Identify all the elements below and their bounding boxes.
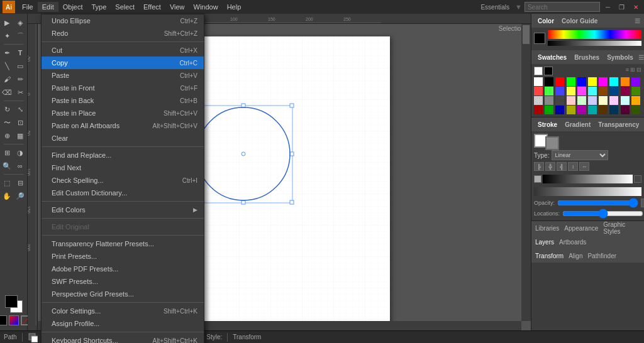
menu-item-paste-in-place[interactable]: Paste in PlaceShift+Ctrl+V (42, 107, 204, 119)
stroke-icon-1[interactable]: ╠ (534, 162, 544, 171)
magic-wand-tool[interactable]: ✦ (1, 30, 13, 42)
swatch-item[interactable] (567, 87, 575, 95)
swatch-item[interactable] (631, 96, 640, 105)
stroke-type-select[interactable]: Linear Radial (552, 150, 608, 160)
essentials-label[interactable]: Essentials (477, 3, 513, 12)
menu-item-print-presets-[interactable]: Print Presets... (42, 250, 204, 263)
menu-item-perspective-grid-presets-[interactable]: Perspective Grid Presets... (42, 288, 204, 300)
swatch-white[interactable] (534, 67, 543, 75)
shape-tool[interactable]: ▭ (14, 60, 26, 72)
lasso-tool[interactable]: ⌒ (14, 30, 26, 42)
swatch-grid-view[interactable]: ⊞ (630, 67, 635, 75)
swatch-item[interactable] (621, 87, 630, 95)
swatch-item[interactable] (534, 96, 543, 105)
menu-effect[interactable]: Effect (139, 2, 165, 12)
swatch-item[interactable] (545, 87, 553, 95)
menu-item-find-and-replace-[interactable]: Find and Replace... (42, 149, 204, 161)
fill-stroke-boxes[interactable] (5, 295, 23, 313)
menu-item-copy[interactable]: CopyCtrl+C (42, 57, 204, 69)
swatch-item[interactable] (567, 77, 575, 86)
menu-type[interactable]: Type (87, 2, 111, 12)
swatch-small-view[interactable]: ⊟ (636, 67, 641, 75)
menu-item-transparency-flattener-presets-[interactable]: Transparency Flattener Presets... (42, 237, 204, 250)
swatch-item[interactable] (599, 106, 608, 114)
swatches-menu[interactable]: ☰ (638, 54, 644, 61)
color-gray-ramp[interactable] (548, 41, 641, 46)
swatch-item[interactable] (609, 77, 618, 86)
menu-item-adobe-pdf-presets-[interactable]: Adobe PDF Presets... (42, 263, 204, 275)
swatch-item[interactable] (577, 87, 586, 95)
menu-window[interactable]: Window (189, 2, 223, 12)
menu-select[interactable]: Select (111, 2, 139, 12)
swatch-item[interactable] (609, 87, 618, 95)
direct-selection-tool[interactable]: ◈ (14, 16, 26, 29)
color-tab[interactable]: Color (535, 18, 557, 24)
gradient-stop-2[interactable] (634, 175, 641, 183)
menu-item-keyboard-shortcuts-[interactable]: Keyboard Shortcuts...Alt+Shift+Ctrl+K (42, 334, 204, 343)
menu-item-paste-in-back[interactable]: Paste in BackCtrl+B (42, 94, 204, 107)
brushes-tab[interactable]: Brushes (572, 54, 602, 61)
menu-item-edit-custom-dictionary-[interactable]: Edit Custom Dictionary... (42, 187, 204, 199)
swatch-item[interactable] (545, 77, 553, 86)
pencil-tool[interactable]: ✏ (14, 73, 26, 85)
menu-item-assign-profile-[interactable]: Assign Profile... (42, 317, 204, 330)
scale-tool[interactable]: ⤡ (14, 103, 26, 116)
swatch-list-view[interactable]: ≡ (626, 67, 629, 75)
selection-tool[interactable]: ▶ (1, 16, 13, 29)
menu-item-paste-in-front[interactable]: Paste in FrontCtrl+F (42, 82, 204, 94)
eraser-tool[interactable]: ⌫ (1, 86, 13, 99)
menu-object[interactable]: Object (58, 2, 87, 12)
column-graph-tool[interactable]: ▦ (14, 129, 26, 142)
gradient-stop-1[interactable] (534, 175, 541, 183)
artboards-tab[interactable]: Artboards (559, 239, 586, 246)
type-tool[interactable]: T (14, 46, 26, 59)
mesh-tool[interactable]: ⊞ (1, 146, 13, 159)
menu-item-cut[interactable]: CutCtrl+X (42, 44, 204, 57)
paintbrush-tool[interactable]: 🖌 (1, 73, 13, 85)
menu-item-undo-ellipse[interactable]: Undo EllipseCtrl+Z (42, 14, 204, 27)
foreground-color-preview[interactable] (534, 33, 545, 44)
swatches-tab[interactable]: Swatches (535, 54, 569, 61)
transform-tab[interactable]: Transform (535, 253, 564, 259)
scissors-tool[interactable]: ✂ (14, 86, 26, 99)
stroke-icon-3[interactable]: ╣ (557, 162, 567, 171)
gradient-icon[interactable] (9, 315, 19, 325)
menu-item-clear[interactable]: Clear (42, 132, 204, 144)
menu-item-edit-colors[interactable]: Edit Colors▶ (42, 204, 204, 216)
stroke-icon-4[interactable]: ↕ (568, 162, 578, 171)
swatch-item[interactable] (609, 106, 618, 114)
swatch-item[interactable] (577, 77, 586, 86)
swatch-item[interactable] (599, 87, 608, 95)
swatch-item[interactable] (555, 96, 564, 105)
stroke-tab[interactable]: Stroke (535, 121, 560, 128)
scrollbar-v-thumb[interactable] (523, 25, 530, 44)
menu-item-color-settings-[interactable]: Color Settings...Shift+Ctrl+K (42, 305, 204, 317)
locations-slider[interactable] (562, 211, 643, 216)
gradient-bar[interactable] (543, 175, 633, 183)
symbols-tab[interactable]: Symbols (604, 54, 636, 61)
search-input[interactable] (525, 2, 600, 12)
restore-button[interactable]: ❐ (616, 3, 628, 12)
menu-item-paste[interactable]: PasteCtrl+V (42, 69, 204, 82)
fill-color-box[interactable] (5, 295, 18, 308)
pen-tool[interactable]: ✒ (1, 46, 13, 59)
swatch-item[interactable] (621, 77, 630, 86)
minimize-button[interactable]: ─ (602, 3, 613, 12)
slice-tool[interactable]: ⊟ (14, 177, 26, 189)
line-tool[interactable]: ╲ (1, 60, 13, 72)
libraries-tab[interactable]: Libraries (535, 225, 559, 232)
swatch-item[interactable] (631, 77, 640, 86)
swatch-item[interactable] (588, 106, 597, 114)
swatch-item[interactable] (567, 106, 575, 114)
menu-view[interactable]: View (165, 2, 189, 12)
swatch-item[interactable] (545, 96, 553, 105)
stroke-icon-2[interactable]: ╬ (545, 162, 555, 171)
swatch-item[interactable] (545, 106, 553, 114)
hand-tool[interactable]: ✋ (1, 190, 13, 202)
swatch-item[interactable] (534, 87, 543, 95)
artboard-tool[interactable]: ⬚ (1, 177, 13, 189)
symbol-sprayer-tool[interactable]: ⊕ (1, 129, 13, 142)
rotate-tool[interactable]: ↻ (1, 103, 13, 116)
free-transform-tool[interactable]: ⊡ (14, 116, 26, 129)
color-panel-menu[interactable]: ☰ (635, 18, 640, 24)
